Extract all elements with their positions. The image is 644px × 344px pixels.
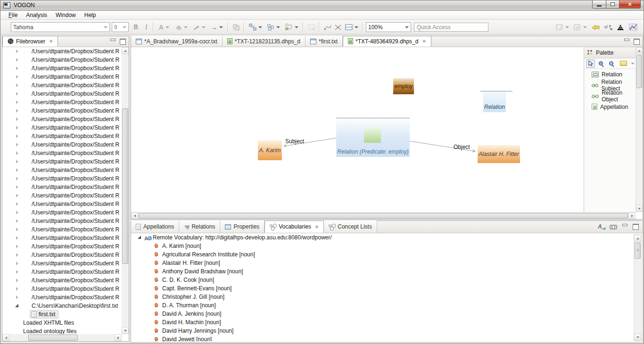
perspective-open-button[interactable]: [554, 22, 570, 32]
scroll-down-button[interactable]: [122, 327, 129, 334]
arrow-style-button[interactable]: →: [208, 22, 225, 32]
tree-row[interactable]: /Users/dtpainte/Dropbox/Student R: [2, 191, 122, 200]
expand-arrow-icon[interactable]: [16, 168, 18, 172]
tree-row[interactable]: /Users/dtpainte/Dropbox/Student R: [2, 259, 122, 268]
expand-arrow-icon[interactable]: [16, 160, 18, 164]
scroll-down-button[interactable]: [636, 205, 643, 212]
palette-item-appellation[interactable]: Appellation: [584, 101, 642, 112]
tree-row[interactable]: /Users/dtpainte/Dropbox/Student R: [2, 208, 122, 217]
vocabulary-entry-row[interactable]: Anthony David Bradshaw [noun]: [131, 267, 634, 276]
expand-arrow-icon[interactable]: [16, 219, 18, 223]
quick-access-input[interactable]: [414, 23, 488, 32]
expand-arrow-icon[interactable]: [16, 143, 18, 147]
marquee-button[interactable]: [306, 22, 317, 32]
straight-connection-button[interactable]: [333, 22, 343, 32]
scroll-up-button[interactable]: [636, 47, 643, 54]
scroll-up-button[interactable]: [122, 47, 129, 54]
tree-row-ontology[interactable]: Loaded ontology files: [2, 327, 122, 334]
tab-txt-1218231135[interactable]: *TXT-1218231135.dhps_d: [223, 36, 305, 47]
expand-arrow-icon[interactable]: [16, 253, 18, 257]
tree-row[interactable]: /Users/dtpainte/Dropbox/Student R: [2, 73, 122, 81]
tab-first-txt[interactable]: *first.txt: [305, 36, 343, 47]
title-bar[interactable]: VOGON ✕: [0, 0, 644, 11]
expand-arrow-icon[interactable]: [16, 236, 18, 240]
copy-appearance-button[interactable]: [231, 22, 241, 32]
tree-row[interactable]: /Users/dtpainte/Dropbox/Student R: [2, 183, 122, 191]
tree-row[interactable]: /Users/dtpainte/Dropbox/Student R: [2, 64, 122, 73]
scrollbar-thumb[interactable]: [28, 335, 78, 341]
tree-row[interactable]: /Users/dtpainte/Dropbox/Student R: [2, 123, 122, 132]
bold-button[interactable]: B: [131, 22, 140, 32]
expand-arrow-icon[interactable]: [16, 66, 18, 70]
filebrowser-vscrollbar[interactable]: [122, 47, 129, 334]
zoom-in-tool[interactable]: +: [596, 59, 605, 68]
maximize-panel-icon[interactable]: [120, 39, 126, 44]
tree-row[interactable]: /Users/dtpainte/Dropbox/Student R: [2, 242, 122, 251]
tree-row[interactable]: /Users/dtpainte/Dropbox/Student R: [2, 149, 122, 157]
font-size-combo[interactable]: 9: [112, 22, 129, 32]
tab-txt-485364929[interactable]: *TXT-485364929.dhps_d ✕: [343, 36, 431, 47]
tab-properties[interactable]: Properties: [220, 221, 264, 233]
scroll-right-button[interactable]: [628, 213, 636, 219]
font-family-combo[interactable]: Tahoma: [11, 22, 110, 32]
minimize-button[interactable]: [592, 0, 606, 8]
select-tool[interactable]: [586, 59, 595, 68]
tab-relations[interactable]: Relations: [179, 221, 220, 233]
tree-row-xhtml[interactable]: Loaded XHTML files: [2, 319, 122, 327]
tree-row[interactable]: /Users/dtpainte/Dropbox/Student R: [2, 106, 122, 115]
tree-row[interactable]: /Users/dtpainte/Dropbox/Student R: [2, 140, 122, 149]
collapse-arrow-icon[interactable]: [138, 236, 141, 239]
zoom-combo[interactable]: 100%: [366, 22, 411, 32]
relation-class-node[interactable]: Relation: [483, 91, 506, 112]
minimize-panel-icon[interactable]: [110, 39, 116, 44]
tab-vocabularies[interactable]: Vocabularies ✕: [264, 221, 324, 233]
expand-arrow-icon[interactable]: [16, 194, 18, 197]
tab-concept-lists[interactable]: Concept Lists: [324, 221, 377, 233]
expand-arrow-icon[interactable]: [16, 270, 18, 274]
expand-arrow-icon[interactable]: [16, 109, 18, 113]
vocabulary-entry-row[interactable]: Christopher J. Gill [noun]: [131, 293, 634, 301]
menu-window[interactable]: Window: [51, 11, 80, 19]
vocabulary-entry-row[interactable]: Alastair H. Fitter [noun]: [131, 259, 634, 267]
vocabulary-entry-row[interactable]: Capt. Bennett-Evans [noun]: [131, 284, 634, 293]
fill-color-button[interactable]: [173, 22, 190, 32]
tree-row[interactable]: /Users/dtpainte/Dropbox/Student R: [2, 276, 122, 285]
split-view-button[interactable]: [343, 22, 360, 32]
vocabulary-entry-row[interactable]: C. D. K. Cook [noun]: [131, 276, 634, 284]
scroll-right-button[interactable]: [115, 334, 122, 341]
tree-row[interactable]: /Users/dtpainte/Dropbox/Student R: [2, 132, 122, 140]
expand-arrow-icon[interactable]: [16, 202, 18, 206]
tree-row[interactable]: /Users/dtpainte/Dropbox/Student R: [2, 251, 122, 259]
tree-row[interactable]: /Users/dtpainte/Dropbox/Student R: [2, 217, 122, 225]
perspective-save-button[interactable]: [572, 22, 588, 32]
expand-arrow-icon[interactable]: [16, 134, 18, 138]
close-tab-icon[interactable]: ✕: [49, 39, 53, 44]
tree-row[interactable]: /Users/dtpainte/Dropbox/Student R: [2, 56, 122, 64]
expand-arrow-icon[interactable]: [16, 151, 18, 155]
restore-button[interactable]: [606, 0, 619, 8]
expand-arrow-icon[interactable]: [16, 287, 18, 291]
tree-row[interactable]: /Users/dtpainte/Dropbox/Student R: [2, 200, 122, 208]
expand-arrow-icon[interactable]: [16, 75, 18, 79]
maximize-panel-icon[interactable]: [634, 39, 640, 44]
scrollbar-thumb[interactable]: [139, 213, 628, 219]
bottom-vscrollbar[interactable]: [634, 234, 642, 341]
vocabulary-root-row[interactable]: Remote Vocabulary: http://digitalhps-dev…: [131, 233, 634, 242]
tree-row[interactable]: /Users/dtpainte/Dropbox/Student R: [2, 234, 122, 242]
palette-item-relation-object[interactable]: Relation Object: [584, 90, 642, 101]
tab-appellations[interactable]: Appellations: [131, 221, 179, 233]
minimize-panel-icon[interactable]: [622, 224, 628, 229]
annotate-button[interactable]: [590, 22, 602, 32]
vocabulary-entry-row[interactable]: David H. Machin [noun]: [131, 318, 634, 327]
graph-canvas[interactable]: employ Relation Relation (Predicate: emp…: [131, 47, 636, 212]
expand-arrow-icon[interactable]: [16, 58, 18, 62]
expand-arrow-icon[interactable]: [16, 83, 18, 87]
tree-row[interactable]: /Users/dtpainte/Dropbox/Student R: [2, 98, 122, 106]
expand-arrow-icon[interactable]: [16, 262, 18, 265]
tree-row[interactable]: /Users/dtpainte/Dropbox/Student R: [2, 174, 122, 183]
expand-arrow-icon[interactable]: [16, 278, 18, 282]
expand-arrow-icon[interactable]: [16, 117, 18, 121]
expand-arrow-icon[interactable]: [16, 177, 18, 180]
expand-arrow-icon[interactable]: [16, 228, 18, 231]
menu-help[interactable]: Help: [80, 11, 100, 19]
